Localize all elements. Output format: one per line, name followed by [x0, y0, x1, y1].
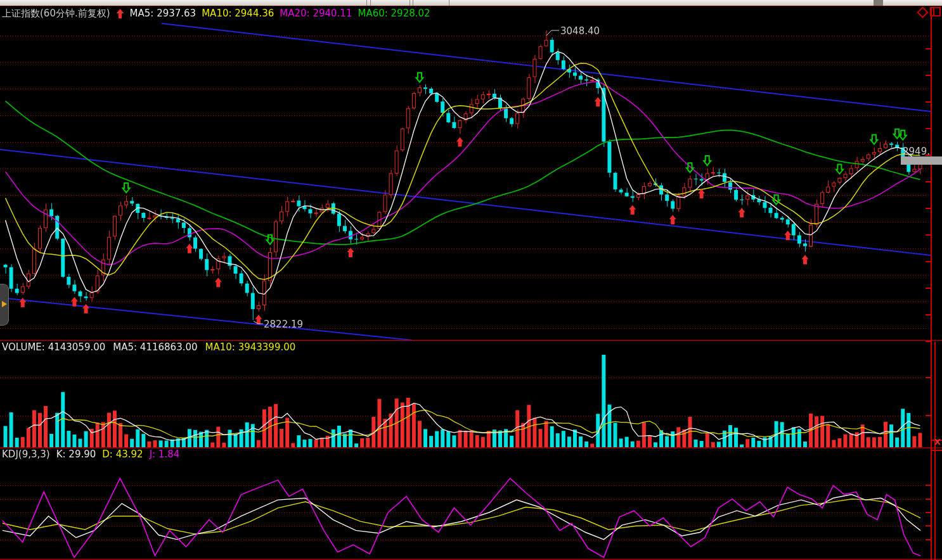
toolbar-dark-segment [874, 0, 883, 6]
toolbar-separator [366, 0, 367, 6]
ma20-value: MA20: 2940.11 [280, 8, 352, 19]
ma10-value: MA10: 2944.36 [202, 8, 274, 19]
kdj-header: KDJ(9,3,3) K: 29.90 D: 43.92 J: 1.84 [2, 449, 179, 460]
toolbar-separator [370, 0, 371, 6]
left-panel-expander[interactable] [0, 284, 9, 326]
toolbar-separator [413, 0, 413, 6]
volume-value: VOLUME: 4143059.00 [2, 341, 105, 353]
volume-ma5-value: MA5: 4116863.00 [113, 341, 197, 353]
ma60-value: MA60: 2928.02 [358, 8, 430, 19]
expander-arrow-icon [2, 301, 7, 307]
toolbar-separator [410, 0, 410, 6]
kdj-k-value: K: 29.90 [56, 449, 96, 460]
low-price-annotation: 2822.19 [264, 319, 303, 330]
main-chart-header: 上证指数(60分钟.前复权) MA5: 2937.63 MA10: 2944.3… [2, 8, 430, 19]
last-price-box [901, 156, 942, 165]
kdj-label: KDJ(9,3,3) [2, 449, 50, 460]
last-price-annotation: 2949. [903, 146, 930, 157]
chart-title: 上证指数(60分钟.前复权) [2, 8, 110, 20]
chart-canvas[interactable] [0, 0, 942, 560]
volume-ma10-value: MA10: 3943399.00 [205, 341, 296, 353]
split-window-icon[interactable] [930, 7, 941, 16]
split-window-icon-bar [933, 8, 934, 15]
stock-chart-window: 上证指数(60分钟.前复权) MA5: 2937.63 MA10: 2944.3… [0, 0, 942, 560]
buy-signal-icon [116, 9, 124, 18]
toolbar-strip[interactable] [0, 0, 942, 6]
high-price-annotation: 3048.40 [560, 25, 600, 37]
kdj-d-value: D: 43.92 [102, 449, 143, 460]
ma5-value: MA5: 2937.63 [130, 8, 197, 19]
kdj-j-value: J: 1.84 [150, 449, 180, 460]
close-indicator-button[interactable]: X [934, 437, 941, 447]
volume-header: VOLUME: 4143059.00 MA5: 4116863.00 MA10:… [2, 341, 295, 353]
toolbar-separator [449, 0, 449, 6]
